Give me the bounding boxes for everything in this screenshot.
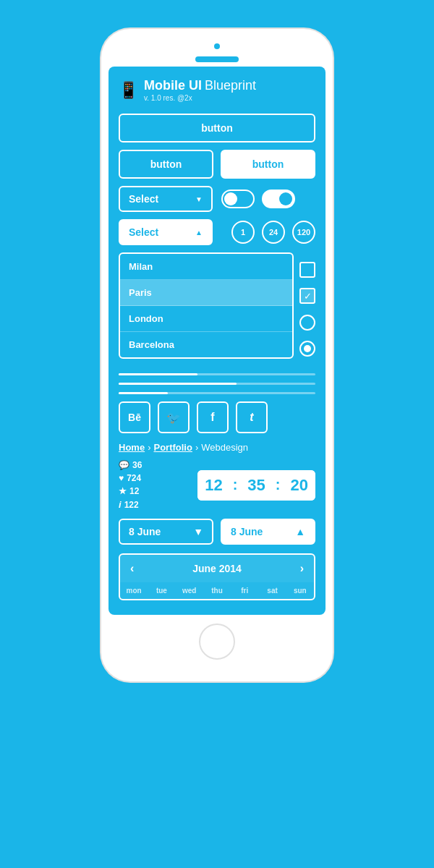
app-header: 📱 Mobile UI Blueprint v. 1.0 res. @2x — [119, 78, 315, 102]
slider-track-3[interactable] — [119, 392, 315, 394]
stat-hearts: ♥ 724 — [119, 473, 142, 483]
badge-1: 1 — [231, 221, 255, 244]
badge-24: 24 — [262, 221, 285, 244]
calendar-prev-button[interactable]: ‹ — [130, 562, 134, 575]
select-dropdown-2[interactable]: Select ▲ — [119, 219, 213, 245]
phone-camera — [214, 43, 220, 49]
toggle-on[interactable] — [262, 190, 295, 208]
date-select-row: 8 June ▼ 8 June ▲ — [119, 519, 315, 545]
day-fri: fri — [231, 582, 258, 599]
radio-unchecked[interactable] — [299, 315, 315, 331]
time-display: 12 : 35 : 20 — [197, 470, 315, 501]
dropdown-arrow-icon: ▼ — [195, 195, 203, 203]
stat-comments: 💬 36 — [119, 460, 142, 470]
day-mon: mon — [120, 582, 148, 599]
date-arrow-up-icon: ▲ — [295, 526, 305, 537]
date-arrow-down-icon: ▼ — [193, 526, 203, 537]
select-dropdown-1[interactable]: Select ▼ — [119, 186, 213, 212]
list-item-london[interactable]: London — [120, 306, 292, 332]
phone-screen: 📱 Mobile UI Blueprint v. 1.0 res. @2x bu… — [109, 67, 326, 615]
comment-icon: 💬 — [119, 460, 129, 470]
phone-icon: 📱 — [119, 81, 138, 100]
time-colon-2: : — [274, 477, 282, 493]
slider-track-2[interactable] — [119, 383, 315, 385]
toggle-group — [221, 190, 295, 208]
toggle-knob-on — [279, 192, 292, 205]
button-half-outline[interactable]: button — [119, 150, 213, 179]
phone-speaker — [195, 56, 239, 62]
list-item-paris[interactable]: Paris — [120, 280, 292, 306]
app-title-bold: Mobile UI — [144, 78, 202, 93]
button-half-filled[interactable]: button — [221, 150, 315, 179]
dropdown-arrow-up-icon: ▲ — [195, 229, 203, 237]
button-row: button button — [119, 150, 315, 179]
time-hours: 12 — [197, 470, 229, 501]
selection-indicators: ✓ — [299, 252, 315, 366]
calendar-title: June 2014 — [192, 563, 242, 574]
toggle-off[interactable] — [221, 190, 255, 208]
twitter-button[interactable]: 🐦 — [158, 401, 190, 433]
info-icon: i — [119, 499, 122, 510]
day-wed: wed — [176, 582, 203, 599]
slider-track-1[interactable] — [119, 373, 315, 375]
stat-info: i 122 — [119, 499, 142, 510]
app-subtitle: v. 1.0 res. @2x — [144, 94, 256, 102]
stat-stars: ★ 12 — [119, 486, 142, 496]
day-thu: thu — [203, 582, 231, 599]
stats-time-row: 💬 36 ♥ 724 ★ 12 i 122 12 : 3 — [119, 460, 315, 510]
checkbox-checked[interactable]: ✓ — [299, 288, 315, 304]
calendar-next-button[interactable]: › — [300, 562, 304, 575]
slider-fill-3 — [119, 392, 168, 394]
calendar-day-names: mon tue wed thu fri sat sun — [120, 582, 314, 599]
behance-button[interactable]: Bē — [119, 401, 150, 433]
list-item-milan[interactable]: Milan — [120, 254, 292, 280]
button-full[interactable]: button — [119, 114, 315, 142]
badge-group: 1 24 120 — [231, 221, 315, 244]
breadcrumb: Home › Portfolio › Webdesign — [119, 442, 315, 453]
date-select-2[interactable]: 8 June ▲ — [221, 519, 315, 545]
breadcrumb-home[interactable]: Home — [119, 442, 145, 453]
list-item-barcelona[interactable]: Barcelona — [120, 332, 292, 357]
time-seconds: 20 — [284, 470, 315, 501]
day-sat: sat — [258, 582, 286, 599]
phone-frame: 📱 Mobile UI Blueprint v. 1.0 res. @2x bu… — [101, 29, 333, 681]
slider-fill-2 — [119, 383, 237, 385]
dropdown-list: Milan Paris London Barcelona — [119, 252, 294, 359]
date-select-1[interactable]: 8 June ▼ — [119, 519, 213, 545]
slider-fill-1 — [119, 373, 197, 375]
twitter-icon: 🐦 — [166, 411, 181, 425]
heart-icon: ♥ — [119, 473, 124, 483]
breadcrumb-sep-2: › — [195, 442, 198, 453]
day-sun: sun — [286, 582, 314, 599]
select-badges-row: Select ▲ 1 24 120 — [119, 219, 315, 245]
phone-home-button[interactable] — [199, 624, 235, 660]
facebook-button[interactable]: f — [197, 401, 229, 433]
stats-column: 💬 36 ♥ 724 ★ 12 i 122 — [119, 460, 142, 510]
calendar-header: ‹ June 2014 › — [120, 555, 314, 582]
select-toggle-row: Select ▼ — [119, 186, 315, 212]
list-control-group: Milan Paris London Barcelona ✓ — [119, 252, 315, 366]
slider-section — [119, 373, 315, 394]
star-icon: ★ — [119, 486, 127, 496]
calendar: ‹ June 2014 › mon tue wed thu fri sat su… — [119, 553, 315, 600]
radio-selected[interactable] — [299, 341, 315, 357]
day-tue: tue — [148, 582, 175, 599]
breadcrumb-current: Webdesign — [201, 442, 248, 453]
breadcrumb-sep-1: › — [148, 442, 150, 453]
app-title-light: Blueprint — [205, 78, 256, 93]
checkbox-unchecked[interactable] — [299, 262, 315, 278]
time-colon-1: : — [231, 477, 239, 493]
toggle-knob-off — [224, 192, 237, 205]
breadcrumb-portfolio[interactable]: Portfolio — [153, 442, 192, 453]
tumblr-button[interactable]: t — [236, 401, 268, 433]
time-minutes: 35 — [240, 470, 272, 501]
social-row: Bē 🐦 f t — [119, 401, 315, 433]
badge-120: 120 — [292, 221, 315, 244]
